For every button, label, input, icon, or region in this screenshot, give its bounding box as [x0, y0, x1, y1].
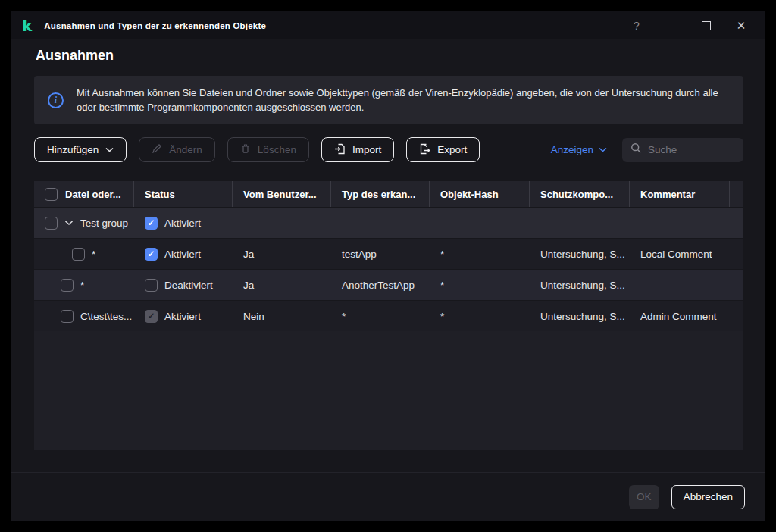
comment-cell: Admin Comment	[630, 301, 730, 331]
close-button[interactable]: ✕	[724, 13, 759, 39]
edit-button[interactable]: Ändern	[139, 137, 215, 162]
dialog-window: k Ausnahmen und Typen der zu erkennenden…	[11, 11, 765, 521]
header-object-hash[interactable]: Objekt-Hash	[430, 181, 530, 207]
object-hash-cell: *	[430, 270, 530, 300]
status-cell: Aktiviert	[134, 208, 233, 238]
window-title: Ausnahmen und Typen der zu erkennenden O…	[44, 21, 266, 30]
object-type-cell: *	[331, 301, 430, 331]
status-checkbox-disabled	[145, 310, 158, 323]
object-type-cell: testApp	[331, 239, 430, 269]
status-cell: Deaktiviert	[134, 270, 233, 300]
search-icon	[630, 142, 642, 157]
status-cell: Aktiviert	[134, 301, 233, 331]
table-row[interactable]: * Deaktiviert Ja AnotherTestApp * Unters…	[34, 269, 743, 300]
status-cell: Aktiviert	[134, 239, 233, 269]
select-all-checkbox[interactable]	[45, 188, 58, 201]
file-value: *	[92, 249, 95, 260]
row-select-checkbox[interactable]	[45, 217, 58, 230]
ok-button[interactable]: OK	[629, 485, 659, 509]
view-dropdown-label: Anzeigen	[551, 144, 593, 155]
group-name-cell: Test group	[34, 208, 134, 238]
collapse-chevron-icon[interactable]	[64, 220, 74, 226]
file-cell: C\test\tes...	[34, 301, 134, 331]
status-label: Aktiviert	[164, 311, 201, 322]
object-type-cell: AnotherTestApp	[331, 270, 430, 300]
table-row-group[interactable]: Test group Aktiviert	[34, 207, 743, 238]
cancel-button[interactable]: Abbrechen	[671, 485, 745, 509]
group-name: Test group	[80, 217, 128, 229]
file-cell: *	[34, 270, 134, 300]
delete-button-label: Löschen	[258, 144, 296, 155]
import-button[interactable]: Import	[321, 137, 394, 162]
exclusions-table: Datei oder... Status Vom Benutzer... Typ…	[34, 181, 743, 450]
export-icon	[419, 143, 430, 157]
maximize-button[interactable]	[689, 13, 724, 39]
components-cell: Untersuchung, S...	[530, 270, 630, 300]
import-icon	[334, 143, 346, 157]
page-title: Ausnahmen	[36, 48, 114, 64]
window-controls: ? – ✕	[619, 13, 759, 39]
file-cell: *	[34, 239, 134, 269]
file-value: *	[80, 280, 84, 291]
pencil-icon	[152, 143, 162, 156]
info-icon: i	[48, 92, 64, 108]
delete-button[interactable]: Löschen	[227, 137, 309, 162]
status-checkbox[interactable]	[145, 217, 158, 230]
add-button[interactable]: Hinzufügen	[34, 137, 127, 162]
object-hash-cell: *	[430, 301, 530, 331]
status-checkbox[interactable]	[145, 248, 158, 261]
row-select-checkbox[interactable]	[61, 310, 74, 323]
search-input[interactable]	[648, 144, 735, 155]
table-row[interactable]: * Aktiviert Ja testApp * Untersuchung, S…	[34, 238, 743, 269]
dialog-footer: OK Abbrechen	[11, 472, 765, 521]
info-banner: i Mit Ausnahmen können Sie Dateien und O…	[34, 76, 743, 124]
add-button-label: Hinzufügen	[47, 144, 99, 155]
row-select-checkbox[interactable]	[61, 279, 74, 292]
object-hash-cell: *	[430, 239, 530, 269]
status-label: Aktiviert	[164, 249, 201, 260]
added-by-user-cell: Ja	[233, 239, 331, 269]
table-header: Datei oder... Status Vom Benutzer... Typ…	[34, 181, 743, 207]
edit-button-label: Ändern	[169, 144, 202, 155]
components-cell: Untersuchung, S...	[530, 239, 630, 269]
file-value: C\test\tes...	[80, 311, 132, 322]
added-by-user-cell: Ja	[233, 270, 331, 300]
row-select-checkbox[interactable]	[72, 248, 85, 261]
header-comment[interactable]: Kommentar	[630, 181, 730, 207]
header-added-by-user[interactable]: Vom Benutzer...	[233, 181, 331, 207]
header-file[interactable]: Datei oder...	[34, 181, 134, 207]
toolbar: Hinzufügen Ändern Löschen Import	[34, 137, 743, 162]
status-checkbox[interactable]	[145, 279, 158, 292]
status-label: Deaktiviert	[164, 280, 213, 291]
table-row[interactable]: C\test\tes... Aktiviert Nein * * Untersu…	[34, 300, 743, 331]
header-spacer	[730, 181, 743, 207]
info-banner-text: Mit Ausnahmen können Sie Dateien und Ord…	[77, 86, 730, 115]
comment-cell: Local Comment	[630, 239, 730, 269]
trash-icon	[240, 143, 251, 156]
help-button[interactable]: ?	[619, 13, 654, 39]
chevron-down-icon	[105, 147, 114, 152]
minimize-button[interactable]: –	[654, 13, 689, 39]
maximize-icon	[702, 21, 711, 30]
export-button[interactable]: Export	[406, 137, 480, 162]
chevron-down-icon	[599, 147, 607, 152]
export-button-label: Export	[437, 144, 467, 155]
added-by-user-cell: Nein	[233, 301, 331, 331]
status-label: Aktiviert	[164, 217, 201, 229]
import-button-label: Import	[352, 144, 381, 155]
search-box	[622, 138, 743, 162]
header-object-type[interactable]: Typ des erkan...	[331, 181, 430, 207]
header-status[interactable]: Status	[134, 181, 233, 207]
header-components[interactable]: Schutzkompo...	[530, 181, 630, 207]
kaspersky-logo-icon: k	[22, 18, 32, 33]
components-cell: Untersuchung, S...	[530, 301, 630, 331]
view-dropdown[interactable]: Anzeigen	[551, 144, 607, 155]
comment-cell	[630, 270, 730, 300]
title-bar: k Ausnahmen und Typen der zu erkennenden…	[11, 11, 765, 39]
